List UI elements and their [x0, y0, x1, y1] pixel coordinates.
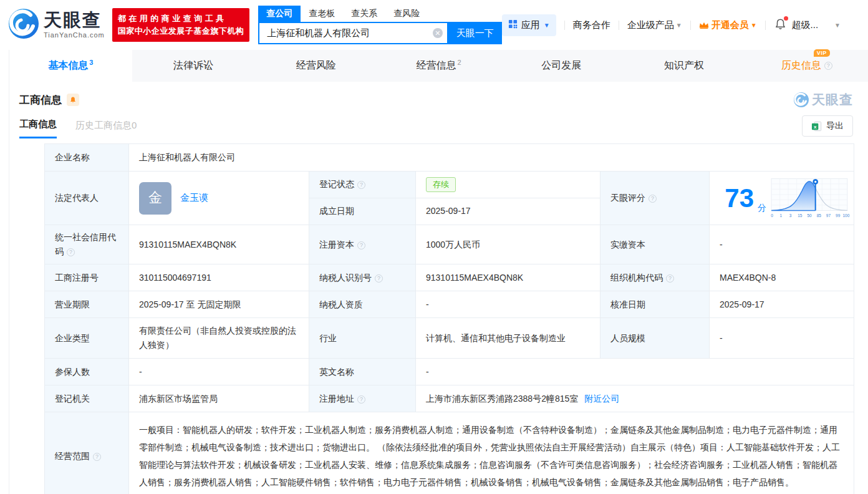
company-name-value: 上海征和机器人有限公司	[129, 144, 854, 172]
chevron-down-icon: ▼	[834, 22, 841, 29]
search-tab-risk[interactable]: 查风险	[385, 6, 428, 22]
field-label: 天眼评分?	[600, 172, 710, 225]
tab-basic-info[interactable]: 基本信息 3	[9, 50, 132, 82]
divider	[690, 21, 691, 30]
field-label: 工商注册号	[45, 264, 129, 291]
watermark-logo: 天眼查	[793, 91, 853, 109]
tab-operating-info[interactable]: 经营信息 2	[377, 50, 500, 82]
notification-bell-icon[interactable]	[774, 17, 787, 32]
industry-value: 计算机、通信和其他电子设备制造业	[416, 318, 600, 359]
bell-icon	[69, 96, 77, 104]
svg-text:100: 100	[843, 213, 850, 217]
enterprise-products-label: 企业级产品	[627, 19, 674, 31]
search-input[interactable]	[258, 22, 448, 44]
help-icon[interactable]: ?	[649, 195, 657, 203]
table-row: 企业名称 上海征和机器人有限公司	[45, 144, 854, 172]
chevron-down-icon: ▼	[544, 22, 550, 29]
app-grid-icon	[508, 19, 518, 31]
search-tab-boss[interactable]: 查老板	[301, 6, 343, 22]
tab-history-info[interactable]: 历史信息 VIP ?	[745, 50, 868, 82]
export-button[interactable]: x 导出	[802, 115, 853, 137]
open-vip-label: 开通会员	[711, 19, 749, 31]
reg-authority-value: 浦东新区市场监管局	[129, 385, 309, 412]
search-tabs: 查公司 查老板 查关系 查风险	[258, 6, 502, 22]
table-row: 企业类型 有限责任公司（非自然人投资或控股的法人独资） 行业 计算机、通信和其他…	[45, 318, 854, 359]
svg-text:0: 0	[771, 213, 773, 217]
field-label: 登记状态?	[309, 172, 416, 198]
field-label: 经营范围?	[45, 412, 129, 494]
apps-menu[interactable]: 应用 ▼	[502, 14, 556, 36]
open-vip-menu[interactable]: 开通会员 ▼	[699, 19, 757, 31]
staff-size-value: -	[710, 318, 854, 359]
score-value: 73	[725, 185, 754, 211]
help-icon[interactable]: ?	[666, 274, 674, 283]
enterprise-products-menu[interactable]: 企业级产品 ▼	[627, 19, 682, 31]
field-label: 企业名称	[45, 144, 129, 172]
legal-rep-cell: 金 金玉谟	[129, 172, 309, 225]
reg-status-cell: 存续	[416, 172, 600, 198]
subtab-business-info[interactable]: 工商信息	[19, 114, 57, 138]
field-label: 人员规模	[600, 318, 710, 359]
nearby-companies-link[interactable]: 附近公司	[584, 392, 619, 406]
help-icon[interactable]: ?	[375, 274, 383, 283]
credit-code-value: 91310115MAEX4BQN8K	[129, 225, 309, 264]
field-label: 法定代表人	[45, 172, 129, 225]
tianyan-score-cell: 73 分	[710, 172, 854, 225]
tab-company-development[interactable]: 公司发展	[500, 50, 623, 82]
svg-text:99: 99	[836, 213, 841, 217]
legal-rep-link[interactable]: 金玉谟	[180, 190, 208, 206]
field-label: 注册资本?	[309, 225, 416, 264]
svg-text:15: 15	[798, 213, 803, 217]
company-tabbar: 基本信息 3 法律诉讼 经营风险 经营信息 2 公司发展 知识产权 历史信息 V…	[9, 50, 868, 82]
field-label: 实缴资本	[600, 225, 710, 264]
apps-label: 应用	[521, 19, 540, 31]
business-info-table: 企业名称 上海征和机器人有限公司 法定代表人 金 金玉谟 登记状态? 存续 天眼…	[44, 143, 854, 494]
help-icon[interactable]: ?	[357, 241, 365, 249]
insured-count-value: -	[129, 359, 309, 385]
vip-badge: VIP	[814, 49, 830, 57]
svg-text:50: 50	[807, 213, 812, 217]
table-row: 工商注册号 310115004697191 纳税人识别号? 91310115MA…	[45, 264, 854, 291]
business-term-value: 2025-09-17 至 无固定期限	[129, 291, 309, 318]
svg-text:85: 85	[817, 213, 822, 217]
subscribe-bell-button[interactable]	[67, 94, 79, 106]
super-vip-label: 超级...	[792, 19, 819, 31]
svg-text:3: 3	[789, 213, 792, 217]
table-row: 营业期限 2025-09-17 至 无固定期限 纳税人资质 - 核准日期 202…	[45, 291, 854, 318]
reg-address-cell: 上海市浦东新区秀浦路2388号2幢815室 附近公司	[416, 385, 854, 412]
svg-text:x: x	[814, 124, 817, 129]
help-icon[interactable]: ?	[357, 395, 365, 404]
search-tab-company[interactable]: 查公司	[258, 6, 301, 22]
table-row: 参保人数 - 英文名称 -	[45, 359, 854, 385]
super-vip-menu[interactable]: 超级... ▼	[792, 19, 841, 31]
help-icon[interactable]: ?	[357, 181, 365, 189]
tab-label: 法律诉讼	[173, 59, 213, 72]
help-icon[interactable]: ?	[67, 248, 75, 256]
clear-search-icon[interactable]: ✕	[433, 28, 443, 38]
business-cooperation-link[interactable]: 商务合作	[573, 19, 610, 31]
divider	[564, 21, 565, 30]
help-icon[interactable]: ?	[824, 62, 832, 70]
chevron-down-icon: ▼	[676, 22, 682, 29]
help-icon[interactable]: ?	[93, 453, 101, 461]
search-tab-relation[interactable]: 查关系	[343, 6, 385, 22]
subtab-history-business-info[interactable]: 历史工商信息0	[75, 115, 137, 138]
field-label: 注册地址?	[309, 385, 416, 412]
table-row: 统一社会信用代码? 91310115MAEX4BQN8K 注册资本? 1000万…	[45, 225, 854, 264]
tab-label: 经营风险	[296, 59, 336, 72]
tab-legal-proceedings[interactable]: 法律诉讼	[132, 50, 255, 82]
company-type-value: 有限责任公司（非自然人投资或控股的法人独资）	[129, 318, 309, 359]
business-scope-value: 一般项目：智能机器人的研发；软件开发；工业机器人制造；服务消费机器人制造；通用设…	[129, 412, 854, 494]
search-button[interactable]: 天眼一下	[448, 22, 502, 44]
field-label: 参保人数	[45, 359, 129, 385]
establish-date-value: 2025-09-17	[416, 198, 600, 225]
field-label: 组织机构代码?	[600, 264, 710, 291]
reg-number-value: 310115004697191	[129, 264, 309, 291]
tab-intellectual-property[interactable]: 知识产权	[623, 50, 746, 82]
table-row: 法定代表人 金 金玉谟 登记状态? 存续 天眼评分? 73 分	[45, 172, 854, 198]
score-unit: 分	[758, 201, 766, 215]
banner-line2: 国家中小企业发展子基金旗下机构	[118, 25, 244, 37]
tianyancha-logo[interactable]: 天眼查 TianYanCha.com	[7, 7, 105, 42]
tab-operating-risk[interactable]: 经营风险	[254, 50, 377, 82]
score-distribution-chart: 0 1 3 15 50 85 97 99 100	[770, 177, 850, 220]
